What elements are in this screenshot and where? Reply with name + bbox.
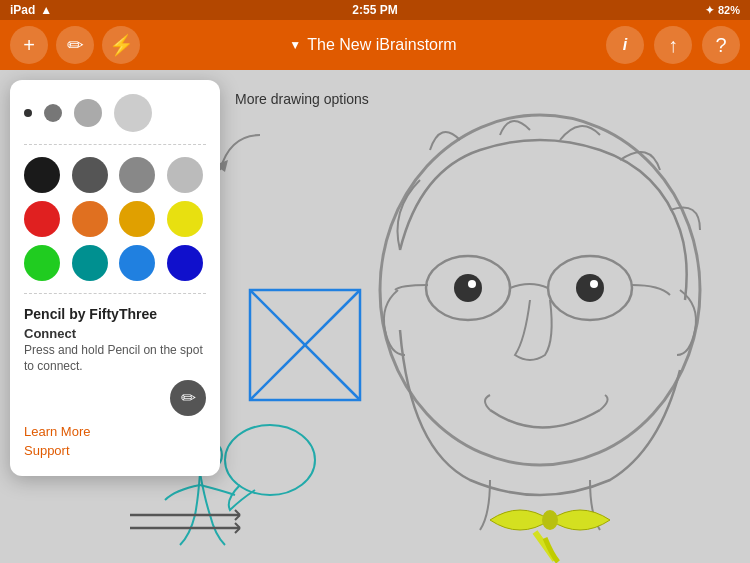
toolbar: + ✏ ⚡ ▼ The New iBrainstorm i ↑ ?	[0, 20, 750, 70]
flash-button[interactable]: ⚡	[102, 26, 140, 64]
pencil-connect-label: Connect	[24, 326, 206, 341]
toolbar-right: i ↑ ?	[606, 26, 740, 64]
color-swatch-black[interactable]	[24, 157, 60, 193]
canvas-area[interactable]: More drawing options Pencil by FiftyThre…	[0, 70, 750, 563]
pencil-title: Pencil by FiftyThree	[24, 306, 206, 322]
brush-size-medium[interactable]	[74, 99, 102, 127]
color-swatch-dark-yellow[interactable]	[119, 201, 155, 237]
wifi-icon: ▲	[40, 3, 52, 17]
color-swatch-teal[interactable]	[72, 245, 108, 281]
color-swatch-red[interactable]	[24, 201, 60, 237]
add-button[interactable]: +	[10, 26, 48, 64]
color-swatch-blue[interactable]	[119, 245, 155, 281]
info-button[interactable]: i	[606, 26, 644, 64]
help-button[interactable]: ?	[702, 26, 740, 64]
brush-size-large[interactable]	[114, 94, 152, 132]
color-swatch-dark-gray[interactable]	[72, 157, 108, 193]
svg-point-5	[468, 280, 476, 288]
color-swatch-medium-gray[interactable]	[119, 157, 155, 193]
status-time: 2:55 PM	[352, 3, 397, 17]
pencil-description: Press and hold Pencil on the spot to con…	[24, 343, 206, 374]
support-link[interactable]: Support	[24, 443, 206, 458]
brush-size-row	[24, 94, 206, 145]
toolbar-center: ▼ The New iBrainstorm	[289, 36, 456, 54]
svg-point-4	[454, 274, 482, 302]
pencil-tool-button[interactable]: ✏	[56, 26, 94, 64]
brush-size-small[interactable]	[44, 104, 62, 122]
svg-point-7	[590, 280, 598, 288]
status-right: ✦ 82%	[705, 4, 740, 17]
pencil-connect-button[interactable]: ✏	[170, 380, 206, 416]
status-bar: iPad ▲ 2:55 PM ✦ 82%	[0, 0, 750, 20]
popup-panel: Pencil by FiftyThree Connect Press and h…	[10, 80, 220, 476]
bluetooth-icon: ✦	[705, 4, 714, 17]
pencil-icon-row: ✏	[24, 380, 206, 416]
color-grid	[24, 157, 206, 294]
color-swatch-orange[interactable]	[72, 201, 108, 237]
battery-label: 82%	[718, 4, 740, 16]
brush-size-tiny[interactable]	[24, 109, 32, 117]
toolbar-left: + ✏ ⚡	[10, 26, 140, 64]
carrier-label: iPad	[10, 3, 35, 17]
color-swatch-green[interactable]	[24, 245, 60, 281]
svg-point-8	[542, 510, 558, 530]
color-swatch-dark-blue[interactable]	[167, 245, 203, 281]
share-button[interactable]: ↑	[654, 26, 692, 64]
learn-more-link[interactable]: Learn More	[24, 424, 206, 439]
svg-point-6	[576, 274, 604, 302]
pencil-section: Pencil by FiftyThree Connect Press and h…	[24, 306, 206, 458]
dropdown-arrow-icon: ▼	[289, 38, 301, 52]
status-left: iPad ▲	[10, 3, 52, 17]
color-swatch-yellow[interactable]	[167, 201, 203, 237]
color-swatch-light-gray[interactable]	[167, 157, 203, 193]
document-title: The New iBrainstorm	[307, 36, 456, 54]
